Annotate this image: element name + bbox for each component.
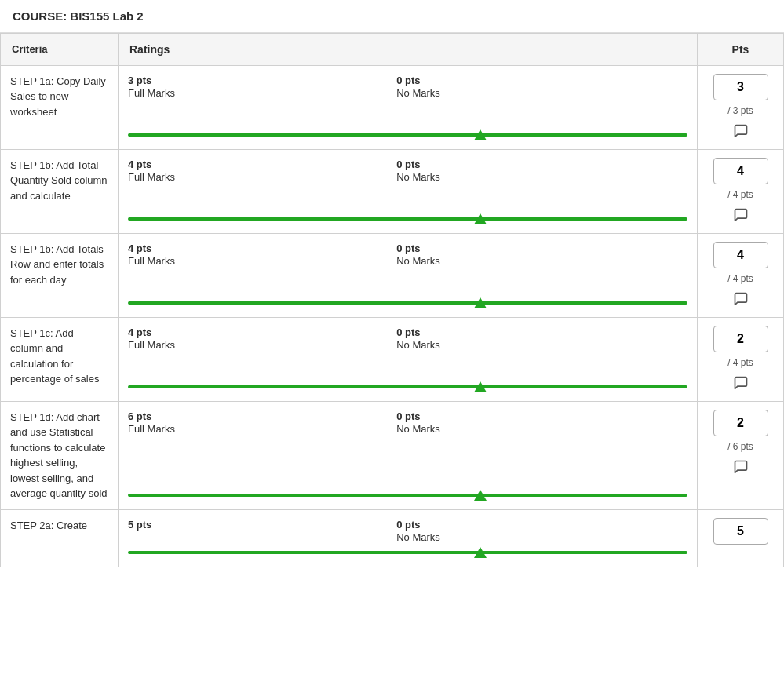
table-row: STEP 2a: Create5 pts0 ptsNo Marks bbox=[1, 509, 784, 567]
slider-thumb[interactable] bbox=[474, 129, 487, 140]
out-of-label: / 4 pts bbox=[704, 273, 777, 284]
zero-marks-option[interactable]: 0 ptsNo Marks bbox=[396, 74, 665, 99]
criteria-cell: STEP 2a: Create bbox=[1, 509, 119, 567]
ratings-cell: 4 ptsFull Marks0 ptsNo Marks bbox=[119, 149, 698, 233]
slider-container[interactable] bbox=[119, 211, 697, 227]
full-pts-name: Full Marks bbox=[128, 87, 175, 99]
slider-track bbox=[128, 551, 687, 554]
full-marks-option[interactable]: 4 ptsFull Marks bbox=[128, 242, 396, 267]
full-pts-label: 3 pts bbox=[128, 75, 151, 86]
zero-pts-label: 0 pts bbox=[396, 519, 420, 531]
slider-container[interactable] bbox=[119, 295, 697, 311]
ratings-cell: 4 ptsFull Marks0 ptsNo Marks bbox=[119, 317, 698, 401]
score-input[interactable] bbox=[713, 518, 768, 545]
zero-marks-option[interactable]: 0 ptsNo Marks bbox=[396, 518, 665, 543]
pts-cell: / 4 pts bbox=[698, 233, 784, 317]
slider-track bbox=[128, 301, 687, 305]
out-of-label: / 4 pts bbox=[704, 357, 777, 368]
slider-track bbox=[128, 385, 687, 388]
zero-marks-option[interactable]: 0 ptsNo Marks bbox=[396, 158, 665, 183]
table-row: STEP 1c: Add column and calculation for … bbox=[1, 317, 784, 401]
zero-pts-label: 0 pts bbox=[396, 75, 420, 86]
full-pts-name: Full Marks bbox=[128, 255, 175, 267]
slider-thumb[interactable] bbox=[474, 297, 487, 308]
score-input[interactable] bbox=[713, 410, 768, 436]
criteria-cell: STEP 1d: Add chart and use Statistical f… bbox=[1, 401, 119, 509]
zero-pts-label: 0 pts bbox=[396, 410, 420, 422]
full-marks-option[interactable]: 4 ptsFull Marks bbox=[128, 158, 396, 183]
slider-thumb[interactable] bbox=[474, 381, 487, 392]
table-row: STEP 1b: Add Total Quantity Sold column … bbox=[1, 149, 784, 233]
criteria-cell: STEP 1a: Copy Daily Sales to new workshe… bbox=[1, 65, 119, 149]
pts-cell: / 3 pts bbox=[698, 65, 784, 149]
full-marks-option[interactable]: 6 ptsFull Marks bbox=[128, 410, 396, 435]
full-pts-name: Full Marks bbox=[128, 171, 175, 183]
full-marks-option[interactable]: 4 ptsFull Marks bbox=[128, 326, 396, 351]
zero-marks-option[interactable]: 0 ptsNo Marks bbox=[396, 326, 665, 351]
full-pts-label: 4 pts bbox=[128, 243, 151, 254]
slider-container[interactable] bbox=[119, 127, 697, 143]
zero-pts-label: 0 pts bbox=[396, 243, 420, 254]
ratings-cell: 4 ptsFull Marks0 ptsNo Marks bbox=[119, 233, 698, 317]
full-marks-option[interactable]: 3 ptsFull Marks bbox=[128, 74, 396, 99]
comment-icon[interactable] bbox=[731, 205, 751, 225]
full-pts-label: 4 pts bbox=[128, 159, 151, 170]
zero-pts-name: No Marks bbox=[396, 423, 440, 435]
score-input[interactable] bbox=[713, 158, 768, 184]
criteria-cell: STEP 1b: Add Total Quantity Sold column … bbox=[1, 149, 119, 233]
zero-pts-name: No Marks bbox=[396, 255, 440, 267]
ratings-header: Ratings bbox=[119, 34, 698, 66]
slider-container[interactable] bbox=[119, 487, 697, 503]
table-row: STEP 1a: Copy Daily Sales to new workshe… bbox=[1, 65, 784, 149]
full-pts-name: Full Marks bbox=[128, 423, 175, 435]
ratings-cell: 3 ptsFull Marks0 ptsNo Marks bbox=[119, 65, 698, 149]
slider-track bbox=[128, 217, 687, 221]
rubric-table: Criteria Ratings Pts STEP 1a: Copy Daily… bbox=[0, 33, 784, 567]
criteria-cell: STEP 1b: Add Totals Row and enter totals… bbox=[1, 233, 119, 317]
slider-container[interactable] bbox=[119, 379, 697, 395]
criteria-cell: STEP 1c: Add column and calculation for … bbox=[1, 317, 119, 401]
zero-pts-name: No Marks bbox=[396, 87, 440, 99]
zero-marks-option[interactable]: 0 ptsNo Marks bbox=[396, 242, 665, 267]
zero-pts-label: 0 pts bbox=[396, 159, 420, 170]
pts-header: Pts bbox=[698, 34, 784, 66]
pts-cell bbox=[698, 509, 784, 567]
zero-pts-name: No Marks bbox=[396, 531, 440, 543]
comment-icon[interactable] bbox=[731, 121, 751, 141]
full-pts-name: Full Marks bbox=[128, 339, 175, 351]
slider-track bbox=[128, 133, 687, 137]
pts-cell: / 4 pts bbox=[698, 317, 784, 401]
page-title: COURSE: BIS155 Lab 2 bbox=[0, 0, 784, 33]
comment-icon[interactable] bbox=[731, 373, 751, 393]
slider-thumb[interactable] bbox=[474, 213, 487, 224]
ratings-cell: 5 pts0 ptsNo Marks bbox=[119, 509, 698, 567]
zero-pts-name: No Marks bbox=[396, 339, 440, 351]
ratings-cell: 6 ptsFull Marks0 ptsNo Marks bbox=[119, 401, 698, 509]
pts-cell: / 4 pts bbox=[698, 149, 784, 233]
full-marks-option[interactable]: 5 pts bbox=[128, 518, 396, 531]
comment-icon[interactable] bbox=[731, 457, 751, 477]
full-pts-label: 4 pts bbox=[128, 326, 151, 338]
score-input[interactable] bbox=[713, 326, 768, 352]
pts-cell: / 6 pts bbox=[698, 401, 784, 509]
slider-track bbox=[128, 494, 687, 497]
comment-icon[interactable] bbox=[731, 289, 751, 309]
zero-pts-name: No Marks bbox=[396, 171, 440, 183]
criteria-header: Criteria bbox=[1, 34, 119, 66]
out-of-label: / 4 pts bbox=[704, 189, 777, 200]
full-pts-label: 6 pts bbox=[128, 410, 151, 422]
slider-thumb[interactable] bbox=[474, 547, 487, 558]
zero-marks-option[interactable]: 0 ptsNo Marks bbox=[396, 410, 665, 435]
zero-pts-label: 0 pts bbox=[396, 326, 420, 338]
out-of-label: / 6 pts bbox=[704, 441, 777, 452]
slider-thumb[interactable] bbox=[474, 490, 487, 501]
table-row: STEP 1d: Add chart and use Statistical f… bbox=[1, 401, 784, 509]
score-input[interactable] bbox=[713, 242, 768, 268]
table-row: STEP 1b: Add Totals Row and enter totals… bbox=[1, 233, 784, 317]
slider-container[interactable] bbox=[119, 545, 697, 560]
score-input[interactable] bbox=[713, 74, 768, 100]
out-of-label: / 3 pts bbox=[704, 105, 777, 116]
full-pts-label: 5 pts bbox=[128, 519, 151, 531]
